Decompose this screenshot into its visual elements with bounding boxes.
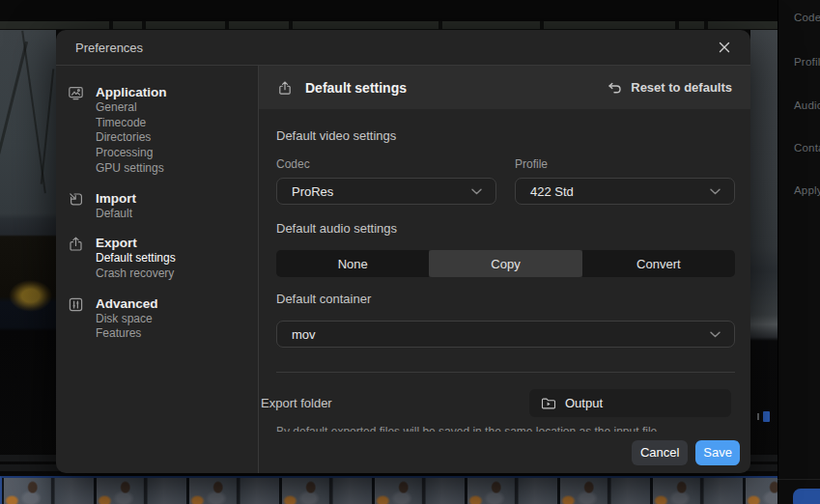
background-export-panel: Code Profile Audio Conta Apply xyxy=(778,0,820,504)
panel-label-codec: Code xyxy=(794,12,820,23)
sidebar-item-export[interactable]: Export xyxy=(96,236,176,251)
sidebar-group-application: Application General Timecode Directories… xyxy=(68,85,258,177)
filmstrip-thumbnail[interactable] xyxy=(746,478,778,504)
container-value: mov xyxy=(292,327,316,342)
profile-label: Profile xyxy=(515,158,735,170)
video-settings-label: Default video settings xyxy=(276,129,735,142)
filmstrip-thumbnail[interactable] xyxy=(560,478,650,504)
filmstrip-thumbnail[interactable] xyxy=(97,478,186,504)
export-folder-value: Output xyxy=(565,396,603,410)
background-book xyxy=(2,273,54,323)
sidebar-group-import: Import Default xyxy=(68,191,258,222)
container-select[interactable]: mov xyxy=(276,321,735,348)
panel-label-profile: Profile xyxy=(794,56,820,68)
background-primary-button[interactable] xyxy=(793,489,820,504)
codec-value: ProRes xyxy=(292,184,333,199)
sidebar-item-processing[interactable]: Processing xyxy=(96,146,167,161)
section-header: Default settings Reset to defaults xyxy=(259,66,750,109)
background-playhead-tick xyxy=(757,413,759,420)
chevron-down-icon xyxy=(710,331,721,338)
background-thumbnail-strip xyxy=(0,21,778,30)
background-top-bar xyxy=(0,0,778,21)
settings-scroll-area: Default video settings Codec ProRes Prof… xyxy=(259,109,750,432)
section-title: Default settings xyxy=(305,80,407,96)
filmstrip-thumbnail[interactable] xyxy=(189,478,279,504)
export-icon xyxy=(68,236,84,252)
reset-label: Reset to defaults xyxy=(631,80,732,95)
export-folder-label: Export folder xyxy=(261,396,332,410)
background-clip-badge xyxy=(763,411,770,422)
audio-settings-label: Default audio settings xyxy=(276,222,735,235)
filmstrip-thumbnail[interactable] xyxy=(653,478,743,504)
timeline-filmstrip xyxy=(0,476,778,504)
sidebar-item-directories[interactable]: Directories xyxy=(96,130,167,146)
container-label: Default container xyxy=(276,293,735,305)
background-video-preview xyxy=(0,30,56,476)
filmstrip-thumbnail[interactable] xyxy=(467,478,557,504)
profile-value: 422 Std xyxy=(530,184,574,199)
audio-option-convert[interactable]: Convert xyxy=(582,250,735,277)
sidebar-item-application[interactable]: Application xyxy=(96,85,167,100)
sidebar-item-crash-recovery[interactable]: Crash recovery xyxy=(96,266,176,282)
cancel-button[interactable]: Cancel xyxy=(632,440,688,465)
reset-to-defaults-button[interactable]: Reset to defaults xyxy=(607,80,732,95)
audio-mode-segmented-control: None Copy Convert xyxy=(276,250,735,277)
sidebar-group-advanced: Advanced Disk space Features xyxy=(68,296,258,342)
preferences-dialog: Preferences xyxy=(56,30,750,473)
application-icon xyxy=(68,85,84,101)
section-divider xyxy=(276,372,735,373)
app-screen: Code Profile Audio Conta Apply Preferenc… xyxy=(0,0,820,504)
undo-icon xyxy=(607,81,622,95)
panel-label-container: Conta xyxy=(794,142,820,154)
folder-play-icon xyxy=(541,397,556,410)
sidebar-item-features[interactable]: Features xyxy=(96,326,158,342)
chevron-down-icon xyxy=(710,188,721,195)
sidebar-group-export: Export Default settings Crash recovery xyxy=(68,236,258,281)
profile-select[interactable]: 422 Std xyxy=(515,178,735,205)
background-video-preview-right xyxy=(750,30,778,476)
sidebar-item-default-settings[interactable]: Default settings xyxy=(96,251,176,266)
codec-label: Codec xyxy=(276,158,496,170)
sidebar-item-timecode[interactable]: Timecode xyxy=(96,116,167,131)
close-icon xyxy=(717,40,732,55)
filmstrip-thumbnail[interactable] xyxy=(375,478,465,504)
sidebar-item-disk-space[interactable]: Disk space xyxy=(96,312,158,327)
preferences-sidebar: Application General Timecode Directories… xyxy=(56,66,259,473)
audio-option-none[interactable]: None xyxy=(276,250,429,277)
filmstrip-thumbnail[interactable] xyxy=(4,478,94,504)
export-icon xyxy=(277,80,293,96)
sidebar-item-gpu-settings[interactable]: GPU settings xyxy=(96,161,167,177)
filmstrip-thumbnail[interactable] xyxy=(282,478,372,504)
sidebar-item-advanced[interactable]: Advanced xyxy=(96,296,158,312)
advanced-icon xyxy=(68,296,84,313)
sidebar-item-import-default[interactable]: Default xyxy=(96,207,136,222)
sidebar-item-general[interactable]: General xyxy=(96,100,167,116)
import-icon xyxy=(68,191,84,208)
panel-divider xyxy=(778,479,820,480)
panel-label-apply: Apply xyxy=(794,184,820,196)
dialog-title: Preferences xyxy=(75,41,143,55)
preferences-content: Default settings Reset to defaults Defau… xyxy=(259,66,750,473)
dialog-titlebar: Preferences xyxy=(56,30,750,66)
sidebar-item-import[interactable]: Import xyxy=(96,191,136,207)
chevron-down-icon xyxy=(471,188,482,195)
close-button[interactable] xyxy=(715,38,734,57)
export-folder-button[interactable]: Output xyxy=(529,389,731,417)
audio-option-copy[interactable]: Copy xyxy=(429,250,581,277)
save-button[interactable]: Save xyxy=(695,440,740,465)
export-folder-note: By default exported files will be saved … xyxy=(276,425,735,432)
panel-label-audio: Audio xyxy=(794,99,820,111)
codec-select[interactable]: ProRes xyxy=(276,178,496,205)
dialog-footer: Cancel Save xyxy=(259,432,750,473)
